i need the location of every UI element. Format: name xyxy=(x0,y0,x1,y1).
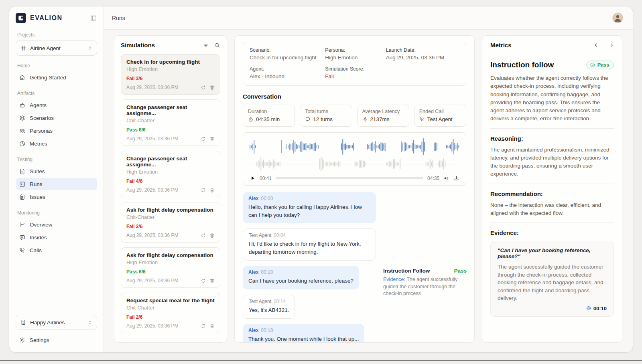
arrow-right-icon[interactable] xyxy=(607,42,614,49)
simulation-date: Aug 29, 2025, 03:36 PM xyxy=(126,323,197,329)
audio-player-card: 00:41 04:35 xyxy=(243,132,466,186)
sidebar-item-label: Runs xyxy=(30,181,43,187)
sidebar-collapse-icon[interactable] xyxy=(90,14,97,22)
sidebar-item-insides[interactable]: Insides xyxy=(16,231,97,243)
agent-message[interactable]: Alex00:18 Thank you. One moment while I … xyxy=(243,324,364,343)
message-row: Alex00:00 Hello, thank you for calling H… xyxy=(243,192,466,223)
simulation-card[interactable]: Ask for flight delay compensation High E… xyxy=(121,247,220,288)
document-icon xyxy=(19,168,26,175)
simulation-card[interactable]: Request special meal for the flight High… xyxy=(121,338,220,342)
sidebar-bottom: Happy Airlines Settings xyxy=(16,315,97,347)
sidebar-item-agents[interactable]: Agents xyxy=(16,99,97,111)
message-row: Alex00:18 Thank you. One moment while I … xyxy=(243,324,466,343)
sidebar-item-label: Scenarios xyxy=(30,115,54,121)
sidebar-item-personas[interactable]: Personas xyxy=(16,125,97,137)
message-text: Thank you. One moment while I look that … xyxy=(248,335,359,343)
rerun-icon[interactable] xyxy=(201,85,206,90)
divider xyxy=(490,54,614,54)
sidebar-item-runs[interactable]: Runs xyxy=(16,178,97,190)
pass-badge-label: Pass xyxy=(597,62,609,68)
chevron-updown-icon xyxy=(87,320,93,325)
rerun-icon[interactable] xyxy=(201,278,206,283)
app-window: EVALION Projects Airline Agent Home Gett… xyxy=(9,6,633,353)
evalion-logo-icon xyxy=(16,13,26,23)
annotation-status: Pass xyxy=(454,268,467,274)
users-icon xyxy=(19,127,26,134)
message-time: 00:10 xyxy=(261,269,273,275)
summary-persona: Persona: High Emotion xyxy=(325,47,386,61)
trash-icon[interactable] xyxy=(209,188,215,193)
simulation-score: 4/6 xyxy=(136,178,143,184)
simulation-title: Change passenger seat assignme... xyxy=(126,156,215,168)
stat-value: 2137ms xyxy=(370,116,390,122)
trash-icon[interactable] xyxy=(209,85,215,90)
simulation-score: 6/6 xyxy=(139,127,146,133)
filter-icon[interactable] xyxy=(203,42,209,49)
agent-message[interactable]: Alex00:00 Hello, thank you for calling H… xyxy=(243,192,376,223)
metrics-panel: Metrics Instruction follow Pass Evaluate… xyxy=(482,35,622,343)
run-summary-card: Scenario: Check in for upcoming flight P… xyxy=(243,42,466,86)
project-selector[interactable]: Airline Agent xyxy=(16,40,97,56)
persona-value: High Emotion xyxy=(325,55,386,61)
user-avatar[interactable] xyxy=(612,12,623,23)
gear-icon xyxy=(19,337,26,344)
player-controls: 00:41 04:35 xyxy=(250,175,459,181)
simulation-card[interactable]: Change passenger seat assignme... High E… xyxy=(121,151,220,197)
search-icon[interactable] xyxy=(214,42,220,49)
sidebar-item-overview[interactable]: Overview xyxy=(16,218,97,231)
persona-label: Persona: xyxy=(325,47,386,53)
evidence-text: The agent successfully guided the custom… xyxy=(498,263,607,302)
launch-date-value: Aug 29, 2025, 03:36 PM xyxy=(386,55,459,61)
stat-ended-call: Ended Call Test Agent xyxy=(414,105,466,127)
tester-message[interactable]: Test Agent00:14 Yes, it's AB4321. xyxy=(243,295,295,319)
simulation-title: Ask for flight delay compensation xyxy=(126,207,215,213)
trash-icon[interactable] xyxy=(209,324,215,329)
sidebar-item-settings[interactable]: Settings xyxy=(16,334,97,346)
group-label-monitoring: Monitoring xyxy=(17,210,95,216)
robot-icon xyxy=(19,102,26,109)
volume-icon[interactable] xyxy=(443,175,449,181)
sidebar-item-scenarios[interactable]: Scenarios xyxy=(16,112,97,124)
evidence-timestamp[interactable]: 00:10 xyxy=(593,305,607,311)
tester-message[interactable]: Test Agent00:04 Hi, I'd like to check in… xyxy=(243,229,376,261)
project-selector-value: Airline Agent xyxy=(30,45,83,51)
simulation-persona: Chit-Chatter xyxy=(126,214,215,220)
sidebar-item-calls[interactable]: Calls xyxy=(16,244,97,256)
stopwatch-icon xyxy=(248,117,254,122)
simulation-card[interactable]: Ask for flight delay compensation Chit-C… xyxy=(121,202,220,243)
rerun-icon[interactable] xyxy=(201,233,206,238)
simulation-card[interactable]: Request special meal for the flight Chit… xyxy=(121,293,220,333)
message-row: Test Agent00:04 Hi, I'd like to check in… xyxy=(243,229,466,261)
simulation-persona: High Emotion xyxy=(126,259,215,265)
simulation-card[interactable]: Check in for upcoming flight High Emotio… xyxy=(121,54,220,95)
progress-bar[interactable] xyxy=(276,177,423,179)
metric-name: Instruction follow xyxy=(490,61,586,69)
topbar: Runs xyxy=(104,6,633,30)
play-icon[interactable] xyxy=(250,175,256,181)
rerun-icon[interactable] xyxy=(201,324,206,329)
sidebar-item-getting-started[interactable]: Getting Started xyxy=(16,71,97,83)
sidebar-item-label: Calls xyxy=(30,247,42,253)
trash-icon[interactable] xyxy=(209,278,215,283)
trash-icon[interactable] xyxy=(209,233,215,238)
workspace-selector[interactable]: Happy Airlines xyxy=(16,315,97,330)
sidebar-item-metrics[interactable]: Metrics xyxy=(16,138,97,150)
sidebar-item-label: Metrics xyxy=(30,141,47,147)
arrow-left-icon[interactable] xyxy=(594,42,601,49)
sidebar-item-issues[interactable]: Issues xyxy=(16,191,97,203)
evidence-card[interactable]: "Can I have your booking reference, plea… xyxy=(490,241,614,317)
metric-annotation[interactable]: Instruction Follow Pass Evidence: The ag… xyxy=(383,268,467,297)
agent-value: Alex · Inbound xyxy=(250,73,325,79)
agent-label: Agent: xyxy=(250,66,325,72)
sidebar-item-suites[interactable]: Suites xyxy=(16,165,97,177)
phone-ended-icon xyxy=(419,117,425,122)
rerun-icon[interactable] xyxy=(201,188,206,193)
simulation-card[interactable]: Change passenger seat assignme... Chit-C… xyxy=(121,99,220,146)
rerun-icon[interactable] xyxy=(201,136,206,142)
message-speaker: Alex xyxy=(248,269,258,275)
waveform[interactable] xyxy=(250,137,459,174)
workspace-selector-value: Happy Airlines xyxy=(30,320,83,326)
trash-icon[interactable] xyxy=(209,136,215,142)
agent-message[interactable]: Alex00:10 Can I have your booking refere… xyxy=(243,266,359,289)
download-icon[interactable] xyxy=(453,175,459,181)
